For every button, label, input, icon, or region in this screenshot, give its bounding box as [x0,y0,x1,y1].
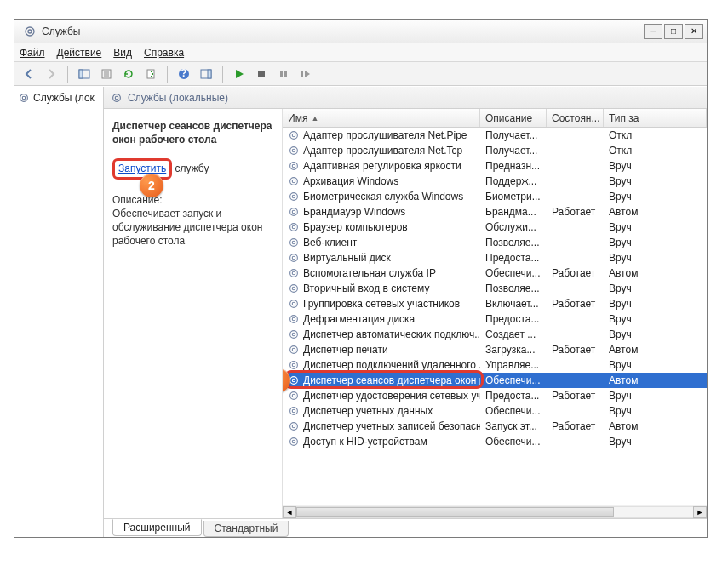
table-row[interactable]: Адаптер прослушивателя Net.PipeПолучает.… [283,128,707,143]
table-row[interactable]: Диспетчер удостоверения сетевых уча...Пр… [283,388,707,403]
pause-service-button[interactable] [274,65,293,83]
table-row[interactable]: Браузер компьютеровОбслужи...Вруч [283,220,707,235]
tree-root[interactable]: Службы (лок [16,90,101,106]
restart-service-button[interactable] [296,65,315,83]
svg-point-40 [292,271,295,275]
cell-type: Автом [604,267,707,279]
start-link[interactable]: Запустить [118,163,166,174]
service-icon [288,206,300,218]
menu-help[interactable]: Справка [144,47,184,59]
action-pane-button[interactable] [197,65,215,83]
desc-text: Обеспечивает запуск и обслуживание диспе… [112,207,273,248]
hscrollbar[interactable]: ◄ ► [283,505,707,518]
table-row[interactable]: Диспетчер автоматических подключ...Созда… [283,327,707,342]
cell-name: Адаптивная регулировка яркости [283,160,480,172]
scroll-track[interactable] [296,506,693,518]
cell-name: Диспетчер печати [283,344,480,356]
maximize-button[interactable]: □ [664,24,683,39]
svg-point-26 [292,164,295,168]
back-button[interactable] [20,65,38,83]
menu-file[interactable]: Файл [20,47,45,59]
service-icon [288,390,300,402]
export-button[interactable] [141,65,160,83]
content-pane: Службы (локальные) Диспетчер сеансов дис… [104,87,707,537]
scroll-thumb[interactable] [296,507,614,517]
tab-standard[interactable]: Стандартный [203,521,289,537]
help-button[interactable]: ? [175,65,193,83]
table-row[interactable]: Архивация WindowsПоддерж...Вруч [283,174,707,189]
cell-name: Диспетчер автоматических подключ... [283,328,480,340]
svg-point-20 [115,96,118,100]
svg-point-47 [290,331,298,339]
cell-name: Архивация Windows [283,175,480,187]
table-row[interactable]: Диспетчер печатиЗагрузка...РаботаетАвтом [283,342,707,357]
table-row[interactable]: Вторичный вход в системуПозволяе...Вруч [283,281,707,296]
forward-button[interactable] [42,65,60,83]
scroll-left-button[interactable]: ◄ [283,506,296,518]
svg-point-59 [290,423,298,431]
stop-service-button[interactable] [252,65,271,83]
tabs: Расширенный Стандартный [104,518,707,537]
svg-point-19 [113,94,121,101]
svg-point-24 [292,149,295,152]
cell-state: Работает [547,344,604,356]
cell-desc: Предоста... [480,252,547,264]
cell-desc: Включает... [480,298,547,310]
table-row[interactable]: Брандмауэр WindowsБрандма...РаботаетАвто… [283,204,707,220]
detail-pane: Диспетчер сеансов диспетчера окон рабоче… [104,109,283,518]
tree-pane[interactable]: Службы (лок [14,87,104,537]
menu-view[interactable]: Вид [113,47,132,59]
cell-state: Работает [547,267,604,279]
cell-desc: Обеспечи... [480,374,547,386]
service-icon [288,175,300,187]
properties-button[interactable] [97,65,116,83]
table-row[interactable]: Дефрагментация дискаПредоста...Вруч [283,311,707,327]
table-row[interactable]: Диспетчер учетных записей безопасн...Зап… [283,419,707,434]
separator [167,66,168,83]
show-hide-tree-button[interactable] [75,65,94,83]
table-row[interactable]: Биометрическая служба WindowsБиометри...… [283,189,707,204]
svg-text:?: ? [181,68,186,79]
table-row[interactable]: Диспетчер учетных данныхОбеспечи...Вруч [283,403,707,419]
table-row[interactable]: Веб-клиентПозволяе...Вруч [283,235,707,250]
svg-point-38 [292,256,295,260]
start-service-button[interactable] [230,65,249,83]
svg-point-51 [290,362,298,369]
col-desc[interactable]: Описание [480,109,547,127]
cell-name: Вторичный вход в систему [283,282,480,294]
svg-point-23 [290,147,298,155]
table-row[interactable]: Вспомогательная служба IPОбеспечи...Рабо… [283,265,707,281]
col-name[interactable]: Имя▲ [283,109,480,127]
cell-desc: Получает... [480,145,547,157]
cell-desc: Предоста... [480,313,547,325]
table-row[interactable]: Группировка сетевых участниковВключает..… [283,296,707,311]
cell-type: Автом [604,420,707,432]
svg-rect-12 [208,70,211,78]
col-type[interactable]: Тип за [604,109,707,127]
table-row[interactable]: Адаптивная регулировка яркостиПредназн..… [283,158,707,174]
scroll-right-button[interactable]: ► [693,506,707,518]
svg-point-45 [290,316,298,323]
table-row[interactable]: Диспетчер сеансов диспетчера окон р...Об… [283,373,707,388]
table-row[interactable]: Виртуальный дискПредоста...Вруч [283,250,707,265]
service-list[interactable]: Адаптер прослушивателя Net.PipeПолучает.… [283,128,707,505]
svg-point-56 [292,394,295,397]
tab-extended[interactable]: Расширенный [112,519,202,536]
minimize-button[interactable]: ─ [644,24,662,39]
svg-point-58 [292,409,295,413]
close-button[interactable]: ✕ [685,24,703,39]
service-icon [288,129,300,141]
cell-type: Вруч [604,252,707,264]
svg-point-34 [292,225,295,229]
table-row[interactable]: Доступ к HID-устройствамОбеспечи...Вруч [283,434,707,449]
table-row[interactable]: Адаптер прослушивателя Net.TcpПолучает..… [283,143,707,158]
svg-point-62 [292,440,295,443]
cell-type: Вруч [604,436,707,448]
separator [67,66,68,83]
menu-action[interactable]: Действие [57,47,102,59]
titlebar[interactable]: Службы ─ □ ✕ [14,20,707,43]
table-row[interactable]: Диспетчер подключений удаленного ...Упра… [283,357,707,373]
refresh-button[interactable] [119,65,138,83]
col-state[interactable]: Состоян... [547,109,604,127]
start-link-highlight: Запустить [112,158,172,179]
